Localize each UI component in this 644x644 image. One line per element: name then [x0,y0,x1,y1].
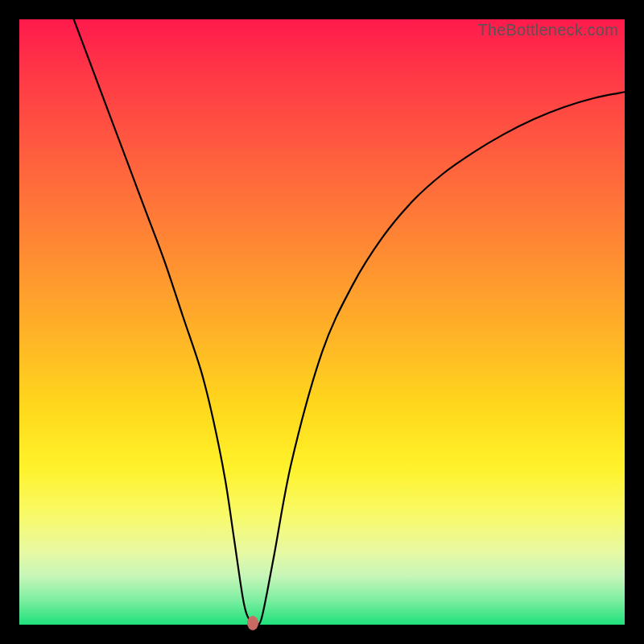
chart-frame: TheBottleneck.com [0,0,644,644]
plot-area: TheBottleneck.com [19,19,625,625]
optimum-marker [247,616,258,630]
bottleneck-curve [19,19,625,625]
